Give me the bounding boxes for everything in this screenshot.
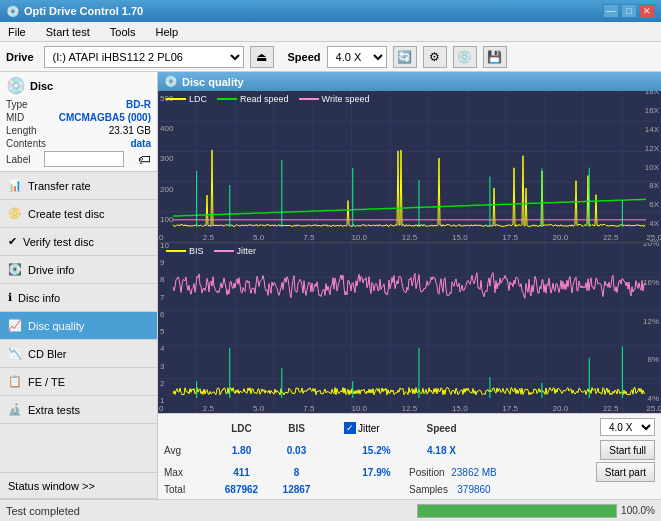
- extra-tests-icon: 🔬: [8, 403, 22, 416]
- sidebar-item-create-test-disc[interactable]: 📀 Create test disc: [0, 200, 157, 228]
- legend-write-speed-text: Write speed: [322, 94, 370, 104]
- status-window-button[interactable]: Status window >>: [0, 473, 157, 499]
- avg-bis: 0.03: [269, 445, 324, 456]
- disc-quality-icon-header: 💿: [164, 75, 178, 88]
- ldc-chart: LDC Read speed Write speed: [158, 91, 661, 243]
- sidebar: 💿 Disc Type BD-R MID CMCMAGBA5 (000) Len…: [0, 72, 158, 499]
- main-layout: 💿 Disc Type BD-R MID CMCMAGBA5 (000) Len…: [0, 72, 661, 499]
- charts-container: LDC Read speed Write speed: [158, 91, 661, 413]
- speed-select[interactable]: 4.0 X: [327, 46, 387, 68]
- position-label: Position: [409, 467, 444, 478]
- nav-label-extra-tests: Extra tests: [28, 404, 80, 416]
- max-bis: 8: [269, 467, 324, 478]
- type-value: BD-R: [126, 99, 151, 110]
- avg-label: Avg: [164, 445, 214, 456]
- legend-bis: BIS: [166, 246, 204, 256]
- title-bar: 💿 Opti Drive Control 1.70 — □ ✕: [0, 0, 661, 22]
- refresh-button[interactable]: 🔄: [393, 46, 417, 68]
- legend-ldc: LDC: [166, 94, 207, 104]
- mid-value: CMCMAGBA5 (000): [59, 112, 151, 123]
- verify-test-disc-icon: ✔: [8, 235, 17, 248]
- disc-section-label: Disc: [30, 80, 53, 92]
- disc-button[interactable]: 💿: [453, 46, 477, 68]
- legend-bis-text: BIS: [189, 246, 204, 256]
- sidebar-item-transfer-rate[interactable]: 📊 Transfer rate: [0, 172, 157, 200]
- nav-label-verify-test-disc: Verify test disc: [23, 236, 94, 248]
- legend-write-speed: Write speed: [299, 94, 370, 104]
- length-value: 23.31 GB: [109, 125, 151, 136]
- start-part-button[interactable]: Start part: [596, 462, 655, 482]
- minimize-button[interactable]: —: [603, 4, 619, 18]
- app-title: Opti Drive Control 1.70: [24, 5, 143, 17]
- close-button[interactable]: ✕: [639, 4, 655, 18]
- eject-button[interactable]: ⏏: [250, 46, 274, 68]
- mid-key: MID: [6, 112, 24, 123]
- stats-ldc-header: LDC: [214, 423, 269, 434]
- label-input[interactable]: [44, 151, 124, 167]
- type-key: Type: [6, 99, 28, 110]
- menu-start-test[interactable]: Start test: [42, 24, 94, 40]
- legend-read-speed: Read speed: [217, 94, 289, 104]
- read-speed-color: [217, 98, 237, 100]
- nav-items: 📊 Transfer rate 📀 Create test disc ✔ Ver…: [0, 172, 157, 424]
- top-chart-canvas: [158, 91, 661, 242]
- jitter-checkbox-group: ✓ Jitter: [344, 422, 409, 434]
- write-speed-color: [299, 98, 319, 100]
- config-button[interactable]: ⚙: [423, 46, 447, 68]
- menu-help[interactable]: Help: [151, 24, 182, 40]
- max-jitter: 17.9%: [344, 467, 409, 478]
- stats-speed-header: Speed: [409, 423, 474, 434]
- title-bar-controls: — □ ✕: [603, 4, 655, 18]
- legend-ldc-text: LDC: [189, 94, 207, 104]
- disc-type-row: Type BD-R: [6, 99, 151, 110]
- drive-select[interactable]: (I:) ATAPI iHBS112 2 PL06: [44, 46, 244, 68]
- menu-tools[interactable]: Tools: [106, 24, 140, 40]
- sidebar-item-cd-bler[interactable]: 📉 CD Bler: [0, 340, 157, 368]
- contents-value: data: [130, 138, 151, 149]
- fe-te-icon: 📋: [8, 375, 22, 388]
- legend-jitter-text: Jitter: [237, 246, 257, 256]
- ldc-color: [166, 98, 186, 100]
- save-button[interactable]: 💾: [483, 46, 507, 68]
- disc-info-icon: ℹ: [8, 291, 12, 304]
- length-key: Length: [6, 125, 37, 136]
- stats-panel: LDC BIS ✓ Jitter Speed 4.0 X: [158, 413, 661, 499]
- jitter-label: Jitter: [358, 423, 380, 434]
- stats-speed-select[interactable]: 4.0 X: [600, 418, 655, 436]
- sidebar-item-disc-info[interactable]: ℹ Disc info: [0, 284, 157, 312]
- legend-read-speed-text: Read speed: [240, 94, 289, 104]
- sidebar-item-extra-tests[interactable]: 🔬 Extra tests: [0, 396, 157, 424]
- start-full-button[interactable]: Start full: [600, 440, 655, 460]
- nav-label-drive-info: Drive info: [28, 264, 74, 276]
- sidebar-item-disc-quality[interactable]: 📈 Disc quality: [0, 312, 157, 340]
- max-ldc: 411: [214, 467, 269, 478]
- disc-quality-title: Disc quality: [182, 76, 244, 88]
- nav-label-disc-quality: Disc quality: [28, 320, 84, 332]
- sidebar-item-fe-te[interactable]: 📋 FE / TE: [0, 368, 157, 396]
- label-icon[interactable]: 🏷: [138, 152, 151, 167]
- title-bar-left: 💿 Opti Drive Control 1.70: [6, 5, 143, 18]
- legend-jitter: Jitter: [214, 246, 257, 256]
- total-ldc: 687962: [214, 484, 269, 495]
- transfer-rate-icon: 📊: [8, 179, 22, 192]
- jitter-color: [214, 250, 234, 252]
- label-key: Label: [6, 154, 30, 165]
- disc-mid-row: MID CMCMAGBA5 (000): [6, 112, 151, 123]
- progress-bar-container: [417, 504, 617, 518]
- disc-length-row: Length 23.31 GB: [6, 125, 151, 136]
- menu-file[interactable]: File: [4, 24, 30, 40]
- stats-bis-header: BIS: [269, 423, 324, 434]
- bottom-chart-canvas: [158, 243, 661, 413]
- disc-icon: 💿: [6, 76, 26, 95]
- jitter-checkbox[interactable]: ✓: [344, 422, 356, 434]
- stats-jitter-header: ✓ Jitter: [344, 422, 409, 434]
- sidebar-item-drive-info[interactable]: 💽 Drive info: [0, 256, 157, 284]
- maximize-button[interactable]: □: [621, 4, 637, 18]
- content-area: 💿 Disc quality LDC Read speed: [158, 72, 661, 499]
- cd-bler-icon: 📉: [8, 347, 22, 360]
- menu-bar: File Start test Tools Help: [0, 22, 661, 42]
- nav-label-fe-te: FE / TE: [28, 376, 65, 388]
- status-section: Status window >>: [0, 472, 157, 499]
- sidebar-item-verify-test-disc[interactable]: ✔ Verify test disc: [0, 228, 157, 256]
- disc-contents-row: Contents data: [6, 138, 151, 149]
